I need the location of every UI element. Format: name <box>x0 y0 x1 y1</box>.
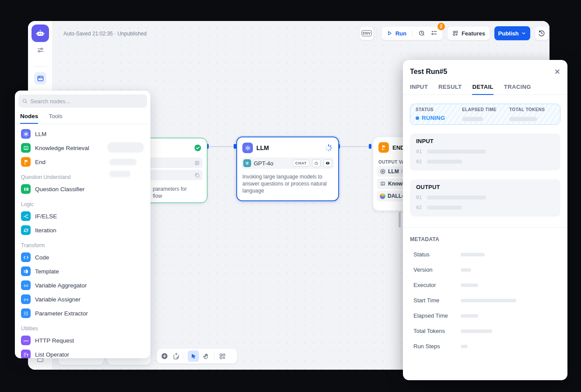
organize-nodes-button[interactable] <box>218 352 227 360</box>
node-item-label: HTTP Request <box>35 337 74 344</box>
pointer-tool-button[interactable] <box>188 350 199 362</box>
canvas-scrollbar[interactable] <box>399 212 401 228</box>
node-item-llm[interactable]: LLM <box>15 127 150 141</box>
node-item-code[interactable]: Code <box>15 250 150 264</box>
notification-badge: 2 <box>438 23 445 30</box>
elapsed-time-label: ELAPSED TIME <box>462 107 509 112</box>
window-icon <box>37 75 44 82</box>
metadata-row-executor: Executor <box>403 282 567 288</box>
tab-tracing[interactable]: TRACING <box>504 84 531 94</box>
features-button[interactable]: Features <box>447 26 490 40</box>
status-value: RUNING <box>416 115 462 121</box>
app-logo-button[interactable] <box>32 24 49 42</box>
node-item-parameter-extractor[interactable]: Parameter Extractor <box>15 306 150 320</box>
add-node-button[interactable] <box>160 352 169 360</box>
env-icon: ENV <box>361 30 372 36</box>
close-icon[interactable]: ✕ <box>554 68 560 76</box>
start-field-row[interactable] <box>143 158 203 168</box>
node-item-label: Template <box>35 268 59 275</box>
metadata-label: Version <box>413 266 461 273</box>
metadata-title: METADATA <box>410 236 567 242</box>
model-icon <box>380 168 386 175</box>
node-item-variable-aggregator[interactable]: {x}Variable Aggregator <box>15 278 150 292</box>
env-button[interactable]: ENV <box>360 26 374 40</box>
vision-robot-icon <box>312 159 321 167</box>
node-panel-tabs: Nodes Tools <box>15 108 150 124</box>
metadata-row-total-tokens: Total Tokens <box>403 328 567 334</box>
dalle-icon <box>380 193 385 199</box>
run-history-icon[interactable] <box>418 29 426 37</box>
node-item-iteration[interactable]: Iteration <box>15 223 150 237</box>
chevron-down-icon <box>521 31 526 36</box>
tab-nodes[interactable]: Nodes <box>20 113 38 124</box>
ghost-shape <box>107 142 144 153</box>
tab-detail[interactable]: DETAIL <box>472 84 493 95</box>
add-note-button[interactable] <box>172 352 180 360</box>
tab-input[interactable]: INPUT <box>410 84 428 94</box>
version-history-button[interactable] <box>535 26 549 40</box>
node-item-template[interactable]: Template <box>15 264 150 278</box>
tab-tools[interactable]: Tools <box>49 113 63 124</box>
node-item-label: Question Classifier <box>35 186 84 192</box>
output-title: OUTPUT <box>416 184 554 190</box>
hand-tool-button[interactable] <box>202 352 210 360</box>
node-section-logic: Logic <box>15 196 150 209</box>
node-item-label: Parameter Extractor <box>35 310 88 317</box>
connection-handle[interactable] <box>369 144 371 149</box>
svg-text:{x}: {x} <box>23 284 28 287</box>
chat-mode-badge: CHAT <box>293 160 309 167</box>
search-input[interactable] <box>30 98 144 105</box>
run-button[interactable]: Run <box>396 30 406 37</box>
llm-icon <box>21 129 31 139</box>
sliders-icon[interactable] <box>37 46 44 54</box>
row-number: 01 <box>416 149 422 154</box>
row-number: 02 <box>416 205 422 210</box>
node-item-label: IF/ELSE <box>35 213 57 220</box>
metadata-label: Elapsed Time <box>413 312 461 319</box>
variable-assigner-icon: {=} <box>21 294 31 304</box>
skeleton-bar <box>427 150 486 154</box>
metadata-row-version: Version <box>403 266 567 273</box>
model-selector[interactable]: GPT-4o CHAT <box>242 158 334 169</box>
metadata-label: Start Time <box>413 297 461 304</box>
http-request-icon: HTTP <box>21 336 31 345</box>
ghost-shape <box>109 171 130 177</box>
svg-text:{=}: {=} <box>23 298 28 301</box>
run-group: Run <box>382 26 443 40</box>
node-item-label: Variable Aggregator <box>35 282 87 289</box>
node-item-http-request[interactable]: HTTPHTTP Request <box>15 333 150 347</box>
node-item-list-operator[interactable]: List Operator <box>15 347 150 358</box>
cursor-icon <box>190 353 197 360</box>
template-icon <box>21 266 31 276</box>
node-item-variable-assigner[interactable]: {=}Variable Assigner <box>15 292 150 306</box>
node-item-label: List Operator <box>35 351 69 358</box>
skeleton-bar <box>427 160 462 164</box>
skeleton-row: 01 <box>416 195 554 200</box>
tab-result[interactable]: RESULT <box>438 84 462 94</box>
workflow-panel-button[interactable] <box>34 72 46 84</box>
metadata-label: Run Steps <box>413 343 461 350</box>
skeleton-bar <box>427 196 486 200</box>
checklist-icon[interactable] <box>430 29 438 37</box>
end-icon <box>378 142 389 153</box>
success-check-icon <box>194 144 202 152</box>
start-field-row[interactable] <box>143 170 203 180</box>
node-item-question-classifier[interactable]: Question Classifier <box>15 182 150 196</box>
llm-node[interactable]: LLM GPT-4o CHAT Invoking large language … <box>236 136 339 201</box>
skeleton-bar <box>427 206 462 210</box>
status-label: STATUS <box>416 107 462 112</box>
skeleton-bar <box>461 284 478 287</box>
robot-icon <box>35 28 46 38</box>
model-name: GPT-4o <box>254 160 290 167</box>
skeleton-row: 02 <box>416 159 554 164</box>
metadata-row-run-steps: Run Steps <box>403 343 567 350</box>
running-dot-icon <box>416 116 419 120</box>
llm-node-title: LLM <box>256 144 269 151</box>
publish-button[interactable]: Publish <box>494 26 530 40</box>
book-icon <box>380 181 386 187</box>
features-icon <box>452 30 459 37</box>
variable-aggregator-icon: {x} <box>21 280 31 290</box>
skeleton-bar <box>461 345 468 348</box>
node-item-if-else[interactable]: IF/ELSE <box>15 209 150 223</box>
skeleton-bar <box>461 329 492 333</box>
